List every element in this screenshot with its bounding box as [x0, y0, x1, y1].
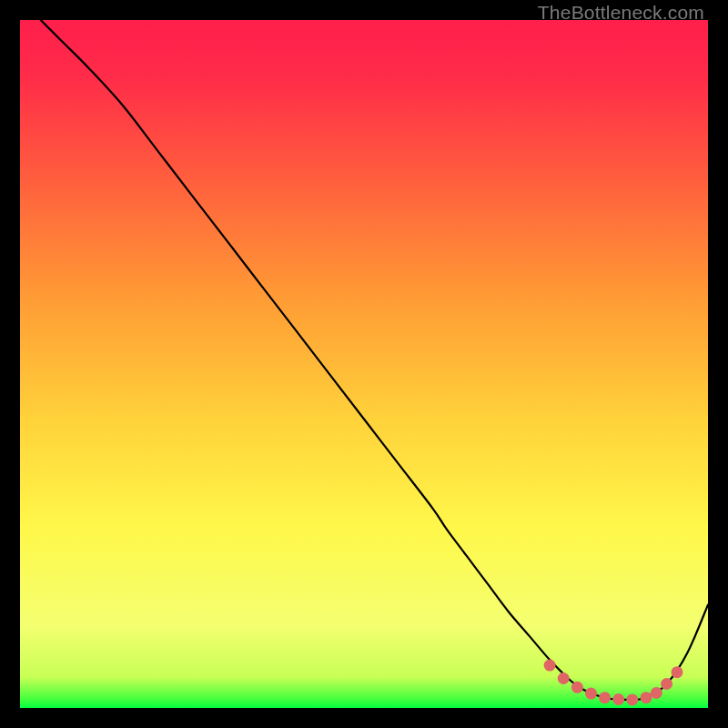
optimal-marker: [661, 678, 672, 690]
optimal-marker: [558, 672, 570, 684]
bottleneck-chart: [20, 20, 708, 708]
optimal-marker: [651, 687, 662, 699]
optimal-marker: [585, 688, 597, 700]
optimal-marker: [641, 692, 652, 703]
watermark-text: TheBottleneck.com: [538, 2, 704, 24]
optimal-marker: [571, 682, 583, 693]
gradient-background: [20, 20, 708, 708]
optimal-marker: [599, 692, 611, 703]
optimal-marker: [612, 693, 624, 705]
chart-frame: [20, 20, 708, 708]
optimal-marker: [672, 666, 683, 678]
optimal-marker: [544, 660, 556, 672]
optimal-marker: [626, 693, 638, 705]
